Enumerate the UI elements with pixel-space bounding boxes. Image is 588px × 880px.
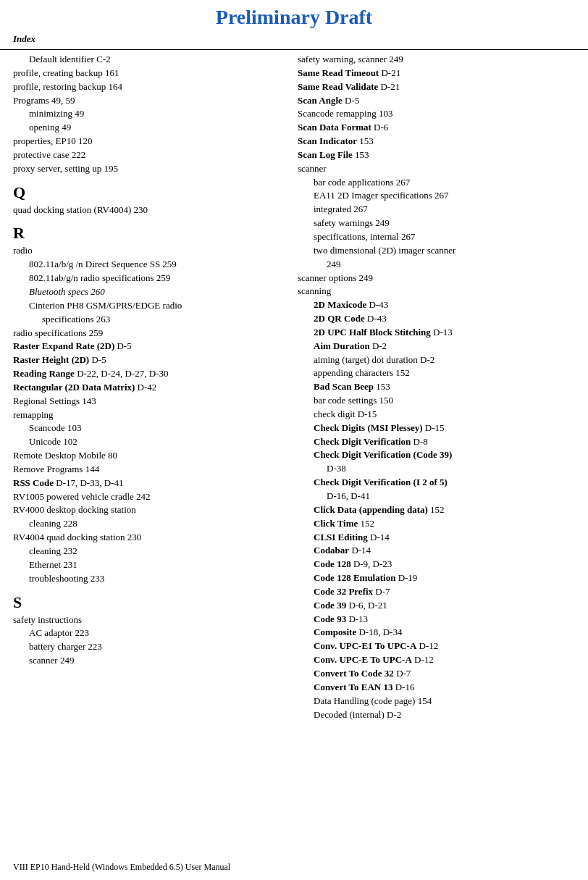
- sub2-entry: D-38: [327, 462, 575, 476]
- entry: safety instructions: [13, 613, 290, 627]
- sub-entry: Code 39 D-6, D-21: [314, 599, 575, 613]
- sub-entry: Cinterion PH8 GSM/GPRS/EDGE radio: [29, 299, 290, 313]
- entry: Rectangular (2D Data Matrix) D-42: [13, 381, 290, 395]
- entry: RSS Code D-17, D-33, D-41: [13, 477, 290, 490]
- right-column: safety warning, scanner 249Same Read Tim…: [298, 53, 575, 721]
- entry: Remove Programs 144: [13, 463, 290, 477]
- sub-entry: bar code applications 267: [314, 176, 575, 190]
- index-label: Index: [0, 32, 588, 48]
- sub-entry: specifications, internal 267: [314, 230, 575, 244]
- entry: quad docking station (RV4004) 230: [13, 204, 290, 217]
- entry: scanner options 249: [298, 272, 575, 285]
- sub-entry: Bluetooth specs 260: [29, 285, 290, 299]
- section-letter: R: [13, 224, 290, 243]
- sub-entry: cleaning 232: [29, 545, 290, 558]
- sub-entry: Code 128 D-9, D-23: [314, 558, 575, 571]
- entry: Scan Angle D-5: [298, 94, 575, 108]
- entry: RV4004 quad docking station 230: [13, 531, 290, 545]
- sub-entry: Codabar D-14: [314, 544, 575, 558]
- entry: Same Read Validate D-21: [298, 80, 575, 94]
- sub-entry: Composite D-18, D-34: [314, 626, 575, 640]
- sub-entry: Check Digits (MSI Plessey) D-15: [314, 422, 575, 435]
- sub-entry: AC adaptor 223: [29, 627, 290, 640]
- entry: RV4000 desktop docking station: [13, 503, 290, 517]
- sub-entry: Code 32 Prefix D-7: [314, 585, 575, 599]
- entry: Programs 49, 59: [13, 94, 290, 108]
- sub-entry: 2D Maxicode D-43: [314, 298, 575, 312]
- sub-entry: Check Digit Verification (Code 39): [314, 448, 575, 462]
- sub-entry: integrated 267: [314, 203, 575, 217]
- entry: protective case 222: [13, 148, 290, 162]
- sub-entry: cleaning 228: [29, 517, 290, 531]
- sub-entry: Decoded (internal) D-2: [314, 708, 575, 722]
- sub-entry: minimizing 49: [29, 107, 290, 121]
- sub-entry: Conv. UPC-E To UPC-A D-12: [314, 653, 575, 667]
- entry: Reading Range D-22, D-24, D-27, D-30: [13, 367, 290, 381]
- sub2-entry: D-16, D-41: [327, 490, 575, 503]
- entry: properties, EP10 120: [13, 135, 290, 148]
- sub-entry: 2D QR Code D-43: [314, 312, 575, 326]
- entry: profile, restoring backup 164: [13, 80, 290, 94]
- entry: remapping: [13, 408, 290, 422]
- sub-entry: appending characters 152: [314, 366, 575, 380]
- page-title: Preliminary Draft: [0, 0, 588, 32]
- entry: radio specifications 259: [13, 327, 290, 340]
- sub-entry: Ethernet 231: [29, 558, 290, 572]
- sub-entry: safety warnings 249: [314, 217, 575, 230]
- sub-entry: Aim Duration D-2: [314, 340, 575, 353]
- sub-entry: CLSI Editing D-14: [314, 531, 575, 545]
- sub-entry: Click Time 152: [314, 517, 575, 531]
- sub-entry: Check Digit Verification (I 2 of 5): [314, 476, 575, 490]
- footer: VIII EP10 Hand-Held (Windows Embedded 6.…: [13, 862, 230, 873]
- entry: proxy server, setting up 195: [13, 162, 290, 176]
- sub-entry: battery charger 223: [29, 640, 290, 654]
- sub-entry: Check Digit Verification D-8: [314, 435, 575, 449]
- sub-entry: two dimensional (2D) imager scanner: [314, 244, 575, 258]
- sub-entry: Click Data (appending data) 152: [314, 503, 575, 517]
- entry: Raster Expand Rate (2D) D-5: [13, 340, 290, 353]
- left-column: Default identifier C-2profile, creating …: [13, 53, 290, 721]
- section-letter: Q: [13, 183, 290, 202]
- sub-entry: bar code settings 150: [314, 394, 575, 408]
- sub-entry: 802.11a/b/g /n Direct Sequence SS 259: [29, 258, 290, 272]
- sub-entry: scanner 249: [29, 654, 290, 668]
- sub-entry: Bad Scan Beep 153: [314, 380, 575, 394]
- entry: Same Read Timeout D-21: [298, 67, 575, 80]
- sub2-entry: specifications 263: [42, 313, 290, 327]
- entry: profile, creating backup 161: [13, 67, 290, 80]
- entry: safety warning, scanner 249: [298, 53, 575, 67]
- entry: scanner: [298, 162, 575, 176]
- sub-entry: troubleshooting 233: [29, 572, 290, 586]
- sub-entry: 802.11ab/g/n radio specifications 259: [29, 272, 290, 285]
- entry: radio: [13, 244, 290, 258]
- entry: Scancode remapping 103: [298, 107, 575, 121]
- sub-entry: 2D UPC Half Block Stitching D-13: [314, 326, 575, 340]
- sub-entry: Default identifier C-2: [29, 53, 290, 67]
- sub-entry: aiming (target) dot duration D-2: [314, 353, 575, 367]
- sub-entry: Convert To Code 32 D-7: [314, 667, 575, 681]
- entry: Scan Data Format D-6: [298, 121, 575, 135]
- sub2-entry: 249: [327, 258, 575, 272]
- entry: Raster Height (2D) D-5: [13, 353, 290, 367]
- sub-entry: Convert To EAN 13 D-16: [314, 681, 575, 695]
- sub-entry: opening 49: [29, 121, 290, 135]
- entry: Remote Desktop Mobile 80: [13, 449, 290, 463]
- entry: RV1005 powered vehicle cradle 242: [13, 490, 290, 504]
- entry: Scan Indicator 153: [298, 135, 575, 148]
- entry: Scan Log File 153: [298, 148, 575, 162]
- entry: scanning: [298, 285, 575, 298]
- sub-entry: Unicode 102: [29, 435, 290, 449]
- sub-entry: Code 128 Emulation D-19: [314, 571, 575, 585]
- sub-entry: Conv. UPC-E1 To UPC-A D-12: [314, 640, 575, 653]
- sub-entry: Code 93 D-13: [314, 613, 575, 627]
- sub-entry: Data Handling (code page) 154: [314, 695, 575, 708]
- sub-entry: Scancode 103: [29, 422, 290, 435]
- entry: Regional Settings 143: [13, 395, 290, 408]
- section-letter: S: [13, 593, 290, 612]
- sub-entry: EA11 2D Imager specifications 267: [314, 189, 575, 203]
- sub-entry: check digit D-15: [314, 408, 575, 422]
